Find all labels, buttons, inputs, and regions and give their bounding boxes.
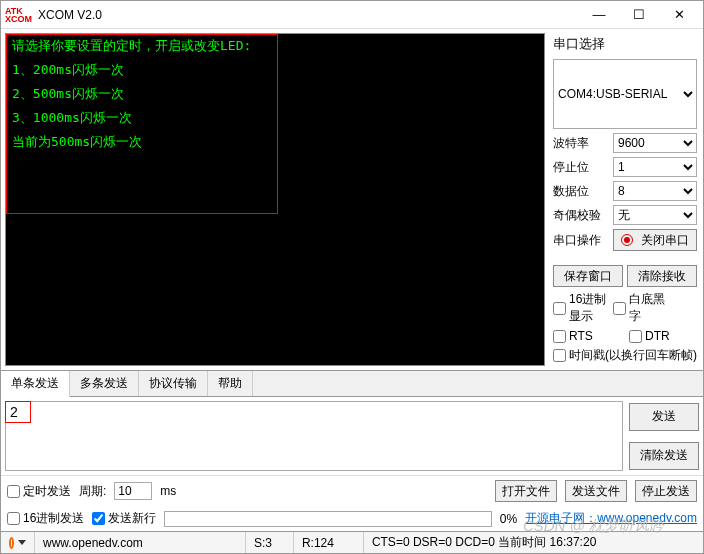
record-icon bbox=[621, 234, 633, 246]
send-newline-checkbox[interactable]: 发送新行 bbox=[92, 510, 156, 527]
terminal-line: 3、1000ms闪烁一次 bbox=[6, 106, 544, 130]
open-file-button[interactable]: 打开文件 bbox=[495, 480, 557, 502]
receive-terminal[interactable]: 请选择你要设置的定时，开启或改变LED: 1、200ms闪烁一次 2、500ms… bbox=[5, 33, 545, 366]
app-logo: ATKXCOM bbox=[5, 7, 32, 23]
main-area: 请选择你要设置的定时，开启或改变LED: 1、200ms闪烁一次 2、500ms… bbox=[1, 29, 703, 370]
save-window-button[interactable]: 保存窗口 bbox=[553, 265, 623, 287]
send-input-container: 2 bbox=[5, 401, 623, 471]
clear-send-button[interactable]: 清除发送 bbox=[629, 442, 699, 470]
terminal-line: 1、200ms闪烁一次 bbox=[6, 58, 544, 82]
status-icon bbox=[9, 537, 14, 549]
status-url: www.openedv.com bbox=[35, 532, 246, 553]
titlebar: ATKXCOM XCOM V2.0 — ☐ ✕ bbox=[1, 1, 703, 29]
status-recv: R:124 bbox=[294, 532, 364, 553]
terminal-line: 2、500ms闪烁一次 bbox=[6, 82, 544, 106]
status-indicator[interactable] bbox=[1, 532, 35, 553]
parity-select[interactable]: 无 bbox=[613, 205, 697, 225]
progress-bar bbox=[164, 511, 491, 527]
dropdown-icon bbox=[18, 540, 26, 545]
status-lines: CTS=0 DSR=0 DCD=0 当前时间 16:37:20 bbox=[364, 532, 703, 553]
port-select[interactable]: COM4:USB-SERIAL bbox=[553, 59, 697, 129]
status-bar: www.openedv.com S:3 R:124 CTS=0 DSR=0 DC… bbox=[1, 531, 703, 553]
period-label: 周期: bbox=[79, 483, 106, 500]
app-window: ATKXCOM XCOM V2.0 — ☐ ✕ 请选择你要设置的定时，开启或改变… bbox=[0, 0, 704, 554]
tab-help[interactable]: 帮助 bbox=[208, 371, 253, 396]
hex-send-checkbox[interactable]: 16进制发送 bbox=[7, 510, 84, 527]
parity-label: 奇偶校验 bbox=[553, 207, 609, 224]
maximize-button[interactable]: ☐ bbox=[619, 3, 659, 27]
dtr-checkbox[interactable]: DTR bbox=[629, 329, 685, 343]
send-button[interactable]: 发送 bbox=[629, 403, 699, 431]
serial-settings-panel: 串口选择 COM4:USB-SERIAL 波特率 9600 停止位 1 数据位 … bbox=[551, 33, 699, 366]
openedv-link[interactable]: 开源电子网：www.openedv.com bbox=[525, 510, 697, 527]
databits-label: 数据位 bbox=[553, 183, 609, 200]
close-port-button[interactable]: 关闭串口 bbox=[613, 229, 697, 251]
minimize-button[interactable]: — bbox=[579, 3, 619, 27]
timestamp-checkbox[interactable]: 时间戳(以换行回车断帧) bbox=[553, 347, 697, 364]
tab-single-send[interactable]: 单条发送 bbox=[1, 371, 70, 397]
send-options-row-2: 16进制发送 发送新行 0% 开源电子网：www.openedv.com bbox=[1, 506, 703, 531]
stopbits-label: 停止位 bbox=[553, 159, 609, 176]
send-file-button[interactable]: 发送文件 bbox=[565, 480, 627, 502]
stopbits-select[interactable]: 1 bbox=[613, 157, 697, 177]
tab-protocol[interactable]: 协议传输 bbox=[139, 371, 208, 396]
port-select-label: 串口选择 bbox=[553, 35, 697, 53]
stop-send-button[interactable]: 停止发送 bbox=[635, 480, 697, 502]
baud-select[interactable]: 9600 bbox=[613, 133, 697, 153]
rts-checkbox[interactable]: RTS bbox=[553, 329, 609, 343]
timed-send-checkbox[interactable]: 定时发送 bbox=[7, 483, 71, 500]
period-unit: ms bbox=[160, 484, 176, 498]
send-options-row-1: 定时发送 周期: ms 打开文件 发送文件 停止发送 bbox=[1, 475, 703, 506]
tab-bar: 单条发送 多条发送 协议传输 帮助 bbox=[1, 371, 703, 397]
terminal-line: 请选择你要设置的定时，开启或改变LED: bbox=[6, 34, 544, 58]
progress-percent: 0% bbox=[500, 512, 517, 526]
databits-select[interactable]: 8 bbox=[613, 181, 697, 201]
send-area: 2 发送 清除发送 bbox=[1, 397, 703, 475]
close-button[interactable]: ✕ bbox=[659, 3, 699, 27]
hex-display-checkbox[interactable]: 16进制显示 bbox=[553, 291, 609, 325]
send-tabs-area: 单条发送 多条发送 协议传输 帮助 2 发送 清除发送 定时发送 周期: ms … bbox=[1, 370, 703, 531]
tab-multi-send[interactable]: 多条发送 bbox=[70, 371, 139, 396]
period-input[interactable] bbox=[114, 482, 152, 500]
window-title: XCOM V2.0 bbox=[38, 8, 579, 22]
status-sent: S:3 bbox=[246, 532, 294, 553]
white-bg-checkbox[interactable]: 白底黑字 bbox=[613, 291, 669, 325]
baud-label: 波特率 bbox=[553, 135, 609, 152]
terminal-line: 当前为500ms闪烁一次 bbox=[6, 130, 544, 154]
operation-label: 串口操作 bbox=[553, 232, 609, 249]
send-input[interactable]: 2 bbox=[10, 404, 618, 468]
clear-receive-button[interactable]: 清除接收 bbox=[627, 265, 697, 287]
